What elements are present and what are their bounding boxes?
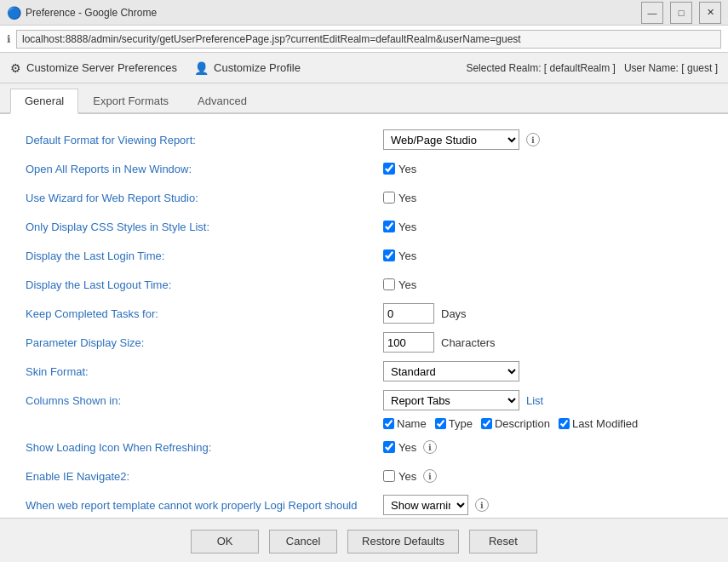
checkbox-col-type[interactable] xyxy=(435,418,446,429)
row-show-loading: Show Loading Icon When Refreshing: Yes ℹ xyxy=(17,435,711,459)
checkbox-show-loading[interactable] xyxy=(383,441,395,453)
row-columns-shown: Columns Shown in: Report Tabs All Report… xyxy=(17,388,711,412)
info-icon-enable-ie: ℹ xyxy=(423,469,437,483)
input-keep-completed[interactable] xyxy=(383,303,434,324)
checkbox-group-open-all-reports: Yes xyxy=(383,163,416,175)
input-param-display[interactable] xyxy=(383,332,434,353)
label-web-report-template: When web report template cannot work pro… xyxy=(17,499,383,512)
control-use-wizard: Yes xyxy=(383,192,711,204)
label-default-format: Default Format for Viewing Report: xyxy=(17,134,383,146)
reset-button[interactable]: Reset xyxy=(469,530,537,553)
checkbox-display-login[interactable] xyxy=(383,249,395,261)
checkbox-group-use-wizard: Yes xyxy=(383,192,416,204)
select-columns-shown[interactable]: Report Tabs All Reports My Reports xyxy=(383,390,519,410)
row-use-wizard: Use Wizard for Web Report Studio: Yes xyxy=(17,186,711,209)
label-param-display: Parameter Display Size: xyxy=(17,336,383,349)
col-label-name: Name xyxy=(397,417,427,430)
unit-characters: Characters xyxy=(441,336,496,349)
close-button[interactable]: ✕ xyxy=(699,2,721,24)
select-web-report-template[interactable]: Show warning Ignore Show error xyxy=(383,495,468,515)
row-skin-format: Skin Format: Standard Modern Classic xyxy=(17,359,711,383)
checkbox-open-all-reports[interactable] xyxy=(383,163,395,175)
control-param-display: Characters xyxy=(383,332,711,353)
browser-icon: 🔵 xyxy=(7,6,20,20)
checkbox-label-enable-ie: Yes xyxy=(398,470,416,483)
checkbox-col-last-modified[interactable] xyxy=(559,418,570,429)
row-web-report-template: When web report template cannot work pro… xyxy=(17,493,711,517)
server-settings-icon: ⚙ xyxy=(10,61,21,75)
select-skin-format[interactable]: Standard Modern Classic xyxy=(383,361,519,381)
checkbox-group-only-css: Yes xyxy=(383,221,416,233)
info-icon: ℹ xyxy=(7,33,11,45)
customize-profile-link[interactable]: 👤 Customize Profile xyxy=(194,61,301,75)
minimize-button[interactable]: — xyxy=(641,2,663,24)
select-default-format[interactable]: Web/Page Studio HTML PDF Excel xyxy=(383,129,519,150)
checkbox-only-css[interactable] xyxy=(383,221,395,232)
restore-defaults-button[interactable]: Restore Defaults xyxy=(347,530,459,553)
customize-profile-label: Customize Profile xyxy=(214,61,301,74)
profile-icon: 👤 xyxy=(194,61,209,75)
tab-general[interactable]: General xyxy=(10,89,78,114)
label-skin-format: Skin Format: xyxy=(17,365,383,378)
label-columns-shown: Columns Shown in: xyxy=(17,394,383,407)
checkbox-group-display-logout: Yes xyxy=(383,278,416,291)
control-show-loading: Yes ℹ xyxy=(383,440,711,454)
control-default-format: Web/Page Studio HTML PDF Excel ℹ xyxy=(383,129,711,150)
checkbox-label-show-loading: Yes xyxy=(398,441,416,454)
col-check-type: Type xyxy=(435,417,473,430)
checkbox-group-enable-ie: Yes xyxy=(383,470,416,483)
label-only-css: Only Display CSS Styles in Style List: xyxy=(17,221,383,233)
maximize-button[interactable]: □ xyxy=(670,2,692,24)
control-enable-ie: Yes ℹ xyxy=(383,469,711,483)
address-input[interactable] xyxy=(16,30,721,49)
customize-server-link[interactable]: ⚙ Customize Server Preferences xyxy=(10,61,177,75)
row-keep-completed: Keep Completed Tasks for: Days xyxy=(17,301,711,325)
label-display-login: Display the Last Login Time: xyxy=(17,249,383,262)
window-controls: — □ ✕ xyxy=(641,2,721,24)
col-label-description: Description xyxy=(495,417,550,430)
label-open-all-reports: Open All Reports in New Window: xyxy=(17,163,383,175)
window-title: Preference - Google Chrome xyxy=(26,7,641,19)
control-display-logout: Yes xyxy=(383,278,711,291)
checkbox-col-description[interactable] xyxy=(481,418,492,429)
info-icon-show-loading: ℹ xyxy=(423,440,437,454)
control-keep-completed: Days xyxy=(383,303,711,324)
checkbox-enable-ie[interactable] xyxy=(383,470,395,482)
realm-info: Selected Realm: [ defaultRealm ] User Na… xyxy=(466,62,718,74)
customize-server-label: Customize Server Preferences xyxy=(26,61,177,74)
cancel-button[interactable]: Cancel xyxy=(269,530,337,553)
main-content: Default Format for Viewing Report: Web/P… xyxy=(0,114,728,518)
label-keep-completed: Keep Completed Tasks for: xyxy=(17,307,383,320)
row-param-display: Parameter Display Size: Characters xyxy=(17,330,711,354)
checkbox-label-display-logout: Yes xyxy=(398,278,416,291)
control-open-all-reports: Yes xyxy=(383,163,711,175)
ok-button[interactable]: OK xyxy=(191,530,259,553)
info-icon-default-format: ℹ xyxy=(526,133,540,146)
title-bar: 🔵 Preference - Google Chrome — □ ✕ xyxy=(0,0,728,26)
tab-advanced[interactable]: Advanced xyxy=(183,89,261,114)
checkbox-group-display-login: Yes xyxy=(383,249,416,262)
label-show-loading: Show Loading Icon When Refreshing: xyxy=(17,441,383,454)
col-check-last-modified: Last Modified xyxy=(559,417,638,430)
checkbox-label-display-login: Yes xyxy=(398,249,416,262)
label-use-wizard: Use Wizard for Web Report Studio: xyxy=(17,192,383,204)
list-link[interactable]: List xyxy=(526,394,543,407)
checkbox-label-open-all-reports: Yes xyxy=(398,163,416,175)
checkbox-group-show-loading: Yes xyxy=(383,441,416,454)
tab-export-formats[interactable]: Export Formats xyxy=(78,89,183,114)
control-skin-format: Standard Modern Classic xyxy=(383,361,711,381)
col-label-type: Type xyxy=(449,417,473,430)
control-web-report-template: Show warning Ignore Show error ℹ xyxy=(383,495,711,515)
checkbox-display-logout[interactable] xyxy=(383,278,395,290)
address-bar: ℹ xyxy=(0,26,728,53)
row-enable-ie: Enable IE Navigate2: Yes ℹ xyxy=(17,464,711,488)
column-options-row: Name Type Description Last Modified xyxy=(17,417,711,430)
label-display-logout: Display the Last Logout Time: xyxy=(17,278,383,291)
col-label-last-modified: Last Modified xyxy=(572,417,638,430)
checkbox-use-wizard[interactable] xyxy=(383,192,395,204)
label-enable-ie: Enable IE Navigate2: xyxy=(17,470,383,483)
nav-bar: ⚙ Customize Server Preferences 👤 Customi… xyxy=(0,53,728,83)
checkbox-col-name[interactable] xyxy=(383,418,394,429)
row-display-login: Display the Last Login Time: Yes xyxy=(17,244,711,267)
row-only-css: Only Display CSS Styles in Style List: Y… xyxy=(17,215,711,238)
